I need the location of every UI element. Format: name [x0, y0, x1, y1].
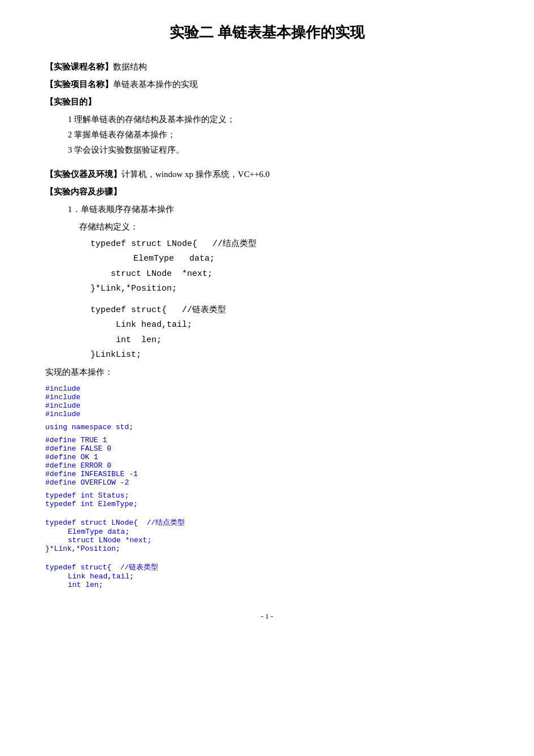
code-line-linklist-end: }LinkList;	[90, 348, 489, 362]
blue-int-keyword: int len;	[68, 581, 103, 589]
define-error: #define ERROR 0	[45, 461, 489, 470]
code-line-int-len: int len;	[90, 333, 489, 348]
storage-def-title: 存储结构定义：	[79, 219, 489, 235]
typedef-lnode-block: typedef struct LNode{ //结点类型 ElemType da…	[90, 237, 489, 296]
blue-link-head-tail: Link head,tail;	[68, 572, 489, 581]
env-value: 计算机，window xp 操作系统，VC++6.0	[121, 170, 270, 179]
purpose-item-2: 2 掌握单链表存储基本操作；	[68, 127, 489, 142]
blue-struct-lnode-next: struct LNode *next;	[68, 536, 489, 545]
include-1: #include	[45, 385, 489, 393]
project-value: 单链表基本操作的实现	[113, 80, 198, 89]
code-line-typedef-lnode: typedef struct LNode{ //结点类型	[90, 237, 489, 252]
code-line-typedef-struct: typedef struct{ //链表类型	[90, 303, 489, 318]
course-label: 【实验课程名称】	[45, 62, 113, 71]
define-false: #define FALSE 0	[45, 444, 489, 453]
meta-section: 【实验课程名称】数据结构 【实验项目名称】单链表基本操作的实现 【实验目的】 1…	[45, 59, 489, 217]
define-true: #define TRUE 1	[45, 436, 489, 444]
code-line-struct-next: struct LNode *next;	[90, 267, 489, 282]
blue-typedef-lnode: typedef struct LNode{ //结点类型	[45, 517, 489, 528]
course-value: 数据结构	[113, 62, 147, 71]
define-overflow: #define OVERFLOW -2	[45, 478, 489, 487]
blue-int-len: int len;	[68, 581, 489, 589]
code-line-link-position: }*Link,*Position;	[90, 282, 489, 296]
code-line-link-head-tail: Link head,tail;	[90, 318, 489, 332]
include-4: #include	[45, 410, 489, 418]
env-row: 【实验仪器及环境】计算机，window xp 操作系统，VC++6.0	[45, 167, 489, 182]
purpose-label: 【实验目的】	[45, 97, 96, 106]
typedef-linklist-block: typedef struct{ //链表类型 Link head,tail; i…	[90, 303, 489, 362]
project-label: 【实验项目名称】	[45, 80, 113, 89]
define-infeasible: #define INFEASIBLE -1	[45, 470, 489, 478]
purpose-item-3: 3 学会设计实验数据验证程序。	[68, 142, 489, 158]
define-ok: #define OK 1	[45, 453, 489, 461]
blue-code-section: #include #include #include #include usin…	[45, 385, 489, 589]
storage-def-title-text: 存储结构定义：	[79, 222, 138, 231]
content-item-1: 1．单链表顺序存储基本操作	[68, 202, 489, 217]
basic-ops-title: 实现的基本操作：	[45, 365, 489, 380]
include-3: #include	[45, 401, 489, 410]
content-label-row: 【实验内容及步骤】	[45, 184, 489, 200]
typedef-elemtype: typedef int ElemType;	[45, 500, 489, 508]
content-label: 【实验内容及步骤】	[45, 187, 121, 196]
storage-def-section: 存储结构定义： typedef struct LNode{ //结点类型 Ele…	[45, 219, 489, 380]
course-name-row: 【实验课程名称】数据结构	[45, 59, 489, 75]
page-number: - 1 -	[45, 612, 489, 621]
blue-link-position: }*Link,*Position;	[45, 545, 489, 553]
typedef-status: typedef int Status;	[45, 491, 489, 500]
purpose-item-1: 1 理解单链表的存储结构及基本操作的定义；	[68, 112, 489, 127]
using-namespace: using namespace std;	[45, 423, 489, 431]
page-title: 实验二 单链表基本操作的实现	[45, 23, 489, 42]
blue-typedef-struct2-line: typedef struct{ //链表类型	[45, 563, 158, 572]
blue-typedef-lnode-line1: typedef struct LNode{ //结点类型	[45, 519, 185, 527]
blue-elemtype-data: ElemType data;	[68, 528, 489, 536]
code-line-elemtype: ElemType data;	[113, 252, 489, 266]
project-name-row: 【实验项目名称】单链表基本操作的实现	[45, 77, 489, 92]
env-label: 【实验仪器及环境】	[45, 170, 121, 179]
include-2: #include	[45, 393, 489, 401]
blue-typedef-struct2: typedef struct{ //链表类型	[45, 562, 489, 572]
blue-struct-next-text: struct LNode *next;	[68, 536, 151, 545]
purpose-label-row: 【实验目的】	[45, 94, 489, 110]
